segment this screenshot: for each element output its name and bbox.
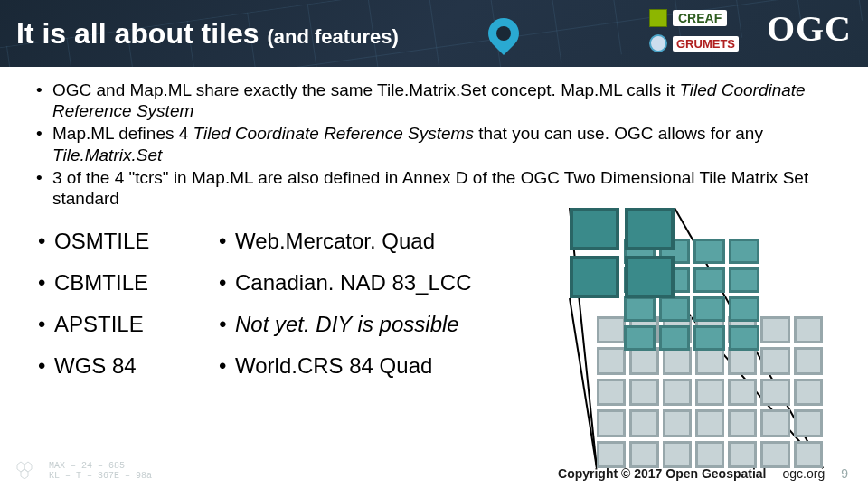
- tile-cell: [695, 409, 724, 436]
- grumets-icon: [649, 34, 667, 52]
- tile-cell: [693, 296, 725, 322]
- tile-cell: [794, 316, 823, 343]
- tile-cell: [629, 347, 658, 374]
- tcrs-name: CBMTILE: [38, 270, 219, 296]
- tile-cell: [624, 325, 656, 351]
- bullet-text: OGC and Map.ML share exactly the same Ti…: [52, 80, 679, 99]
- tile-cell: [794, 409, 823, 436]
- bullet-item: OGC and Map.ML share exactly the same Ti…: [36, 80, 843, 121]
- tile-cell: [663, 379, 692, 406]
- slide-footer: Copyright © 2017 Open Geospatial ogc.org…: [0, 466, 868, 481]
- tile-cell: [629, 409, 658, 436]
- tile-cell: [728, 409, 757, 436]
- ogc-url: ogc.org: [783, 466, 826, 481]
- svg-line-2: [570, 298, 597, 468]
- tile-cell: [629, 379, 658, 406]
- tile-cell: [663, 347, 692, 374]
- tile-cell: [659, 296, 691, 322]
- tile-cell: [695, 379, 724, 406]
- tile-cell: [794, 347, 823, 374]
- tile-cell: [728, 347, 757, 374]
- tile-cell: [760, 379, 789, 406]
- tile-cell: [693, 239, 725, 264]
- tile-cell: [693, 325, 725, 351]
- tcrs-name: OSMTILE: [38, 229, 219, 254]
- bullet-item: 3 of the 4 "tcrs" in Map.ML are also def…: [36, 167, 843, 209]
- page-number: 9: [841, 466, 848, 481]
- tile-cell: [597, 347, 626, 374]
- tile-cell: [794, 379, 823, 406]
- tcrs-name: APSTILE: [38, 312, 219, 337]
- title-main: It is all about tiles: [16, 17, 267, 50]
- tile-cell: [695, 441, 724, 468]
- grumets-label: GRUMETS: [673, 36, 739, 52]
- tile-cell: [760, 409, 789, 436]
- tile-cell: [695, 347, 724, 374]
- tile-cell: [693, 267, 725, 293]
- title-sub: (and features): [267, 25, 398, 48]
- tile-cell: [729, 296, 760, 322]
- tile-pyramid-diagram: [539, 208, 846, 470]
- tile-cell: [597, 441, 626, 468]
- tile-cell: [794, 441, 823, 468]
- tile-cell: [663, 409, 692, 436]
- tile-cell: [760, 347, 789, 374]
- tile-cell: [728, 379, 757, 406]
- tile-cell: [597, 409, 626, 436]
- bullet-item: Map.ML defines 4 Tiled Coordinate Refere…: [36, 123, 843, 164]
- tile-cell: [760, 316, 789, 343]
- bullet-text: 3 of the 4 "tcrs" in Map.ML are also def…: [52, 168, 808, 208]
- tile-cell: [597, 316, 626, 343]
- tile-cell: [625, 208, 675, 250]
- tile-cell: [729, 239, 760, 264]
- tile-cell: [570, 208, 619, 250]
- bullet-em: Tiled Coordinate Reference Systems: [193, 124, 474, 143]
- tile-cell: [729, 267, 760, 293]
- tcrs-name: WGS 84: [38, 353, 219, 379]
- bullet-text: that you can use. OGC allows for any: [474, 124, 763, 143]
- slide-header: It is all about tiles (and features) CRE…: [0, 0, 868, 67]
- bullet-em: Tile.Matrix.Set: [52, 145, 162, 164]
- grid-level-0: [570, 208, 675, 298]
- creaf-icon: [649, 9, 667, 27]
- partner-logos: CREAF GRUMETS: [649, 5, 758, 56]
- tile-cell: [659, 325, 691, 351]
- creaf-label: CREAF: [673, 10, 727, 26]
- tile-cell: [570, 256, 619, 298]
- tile-cell: [729, 325, 760, 351]
- bullet-list: OGC and Map.ML share exactly the same Ti…: [36, 80, 843, 209]
- tile-cell: [629, 441, 658, 468]
- slide-title: It is all about tiles (and features): [16, 17, 399, 51]
- creaf-logo: CREAF: [649, 5, 758, 31]
- tile-cell: [728, 441, 757, 468]
- tile-cell: [625, 256, 675, 298]
- ogc-wordmark: OGC: [767, 7, 852, 50]
- tile-cell: [663, 441, 692, 468]
- grumets-logo: GRUMETS: [649, 31, 758, 56]
- tile-cell: [760, 441, 789, 468]
- copyright-text: Copyright © 2017 Open Geospatial: [558, 466, 766, 481]
- bullet-text: Map.ML defines 4: [52, 124, 193, 143]
- tile-cell: [597, 379, 626, 406]
- tile-cell: [624, 296, 656, 322]
